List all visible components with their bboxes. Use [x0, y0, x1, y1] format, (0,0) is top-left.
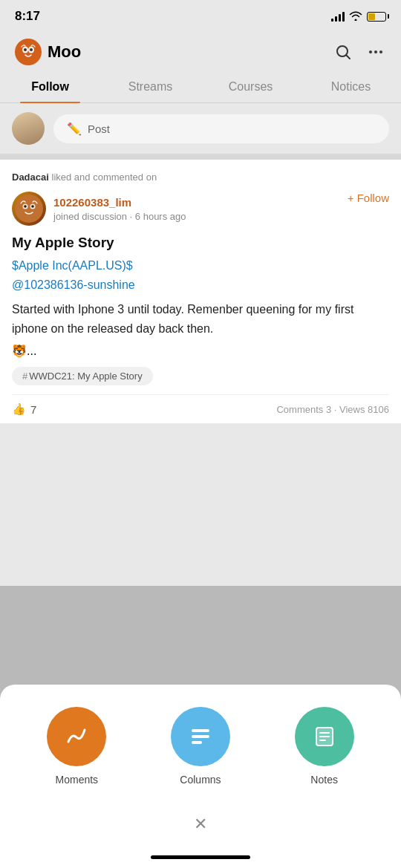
svg-point-3	[24, 48, 27, 51]
svg-point-16	[31, 205, 34, 208]
tab-follow[interactable]: Follow	[0, 74, 100, 102]
action-icons: Moments Columns	[15, 707, 386, 793]
status-time: 8:17	[15, 9, 40, 24]
pencil-icon: ✏️	[67, 122, 82, 136]
svg-point-12	[15, 195, 43, 223]
author-info: 102260383_lim joined discussion · 6 hour…	[12, 192, 186, 226]
bottom-overlay: Moments Columns	[0, 586, 401, 868]
stock-tag[interactable]: $Apple Inc(AAPL.US)$	[12, 257, 389, 275]
close-area: ✕	[15, 793, 386, 849]
user-mention[interactable]: @102386136-sunshine	[12, 276, 389, 294]
svg-rect-18	[192, 735, 209, 738]
signal-icon	[331, 11, 345, 22]
follow-button[interactable]: + Follow	[348, 192, 389, 204]
moments-circle	[47, 707, 106, 766]
notes-label: Notes	[310, 774, 338, 786]
columns-action[interactable]: Columns	[171, 707, 230, 786]
svg-point-15	[24, 205, 27, 208]
app-name: Moo	[48, 42, 81, 62]
author-details: 102260383_lim joined discussion · 6 hour…	[53, 196, 186, 222]
post-stats: Comments 3 · Views 8106	[276, 404, 389, 415]
post-content: Started with Iphone 3 until today. Remen…	[12, 300, 389, 338]
moments-label: Moments	[56, 774, 99, 786]
search-button[interactable]	[333, 42, 353, 62]
status-bar: 8:17	[0, 0, 401, 33]
tab-notices[interactable]: Notices	[301, 74, 401, 102]
section-divider	[0, 154, 401, 160]
tab-bar: Follow Streams Courses Notices	[0, 65, 401, 103]
header-left: Moo	[15, 39, 81, 65]
status-icons	[331, 10, 386, 23]
feed-item: Dadacai liked and commented on	[0, 160, 401, 423]
svg-rect-17	[192, 729, 209, 732]
bottom-sheet: Moments Columns	[0, 685, 401, 868]
post-emoji: 🐯...	[12, 344, 389, 358]
author-name[interactable]: 102260383_lim	[53, 196, 186, 209]
app-logo	[15, 39, 42, 65]
tab-courses[interactable]: Courses	[200, 74, 301, 102]
wifi-icon	[349, 10, 362, 23]
svg-rect-19	[192, 741, 202, 744]
home-indicator	[151, 855, 250, 859]
moments-action[interactable]: Moments	[47, 707, 106, 786]
post-input-area: ✏️ Post	[0, 103, 401, 154]
post-input[interactable]: ✏️ Post	[53, 114, 389, 143]
notes-circle	[295, 707, 354, 766]
activity-line: Dadacai liked and commented on	[12, 172, 389, 183]
author-avatar	[12, 192, 46, 226]
app-header: Moo	[0, 33, 401, 65]
svg-point-0	[17, 41, 39, 63]
user-avatar	[12, 112, 45, 145]
hashtag-pill[interactable]: #WWDC21: My Apple Story	[12, 367, 153, 385]
post-meta: joined discussion · 6 hours ago	[53, 211, 186, 222]
close-button[interactable]: ✕	[187, 811, 214, 838]
columns-label: Columns	[180, 774, 221, 786]
tab-streams[interactable]: Streams	[100, 74, 200, 102]
like-count[interactable]: 👍 7	[12, 402, 36, 416]
more-button[interactable]	[365, 42, 386, 62]
notes-action[interactable]: Notes	[295, 707, 354, 786]
svg-point-4	[30, 48, 33, 51]
post-header: 102260383_lim joined discussion · 6 hour…	[12, 192, 389, 226]
columns-circle	[171, 707, 230, 766]
post-title: My Apple Story	[12, 235, 389, 251]
post-footer: 👍 7 Comments 3 · Views 8106	[12, 394, 389, 423]
header-right	[333, 42, 386, 62]
battery-icon	[367, 12, 386, 22]
